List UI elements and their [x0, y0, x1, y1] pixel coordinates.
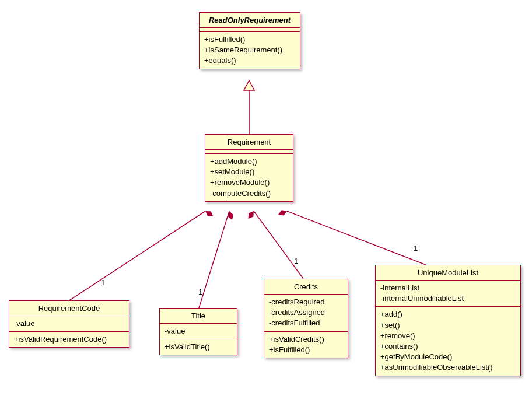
svg-marker-7 — [246, 209, 257, 220]
attrs-section: -value — [9, 316, 129, 332]
svg-marker-3 — [204, 209, 215, 219]
multiplicity-credits: 1 — [294, 257, 298, 265]
op: +isValidRequirementCode() — [14, 334, 124, 345]
op: +removeModule() — [210, 177, 288, 188]
op: +contains() — [380, 341, 516, 352]
attr: -value — [164, 326, 232, 337]
attr: -internalUnmodifiableList — [380, 293, 516, 304]
svg-line-8 — [287, 211, 426, 265]
ops-section: +isFulfilled() +isSameRequirement() +equ… — [200, 32, 300, 69]
attr: -value — [14, 318, 124, 329]
attr: -internalList — [380, 283, 516, 293]
op: +isFulfilled() — [269, 345, 343, 355]
op: +add() — [380, 309, 516, 320]
attrs-section — [205, 150, 293, 154]
class-uniquemodulelist: UniqueModuleList -internalList -internal… — [375, 265, 521, 376]
ops-section: +isValidRequirementCode() — [9, 332, 129, 347]
attrs-section — [200, 28, 300, 32]
op: +isFulfilled() — [204, 34, 295, 45]
op: +remove() — [380, 331, 516, 341]
class-requirement: Requirement +addModule() +setModule() +r… — [205, 134, 293, 202]
class-requirementcode: RequirementCode -value +isValidRequireme… — [9, 300, 130, 348]
class-title: UniqueModuleList — [376, 265, 520, 281]
svg-line-2 — [69, 211, 205, 300]
svg-line-6 — [254, 211, 303, 279]
op: +equals() — [204, 55, 295, 66]
ops-section: +addModule() +setModule() +removeModule(… — [205, 154, 293, 201]
attr: -creditsAssigned — [269, 307, 343, 318]
ops-section: +isValidTitle() — [160, 339, 237, 355]
class-title: Requirement — [205, 135, 293, 150]
op: +setModule() — [210, 167, 288, 177]
op: +getByModuleCode() — [380, 352, 516, 362]
multiplicity-title: 1 — [198, 288, 202, 296]
class-title: Credits — [264, 279, 348, 295]
svg-marker-5 — [226, 211, 235, 221]
class-title-box: Title -value +isValidTitle() — [159, 308, 237, 355]
attr: -creditsFulfilled — [269, 318, 343, 328]
attrs-section: -internalList -internalUnmodifiableList — [376, 281, 520, 307]
op: -computeCredits() — [210, 188, 288, 199]
attrs-section: -creditsRequired -creditsAssigned -credi… — [264, 295, 348, 332]
op: +isSameRequirement() — [204, 45, 295, 55]
op: +addModule() — [210, 156, 288, 167]
svg-marker-1 — [244, 80, 254, 90]
op: +isValidCredits() — [269, 334, 343, 345]
op: +asUnmodifiableObservableList() — [380, 362, 516, 373]
multiplicity-uniquemodulelist: 1 — [414, 244, 418, 253]
class-title: RequirementCode — [9, 301, 129, 316]
class-title: Title — [160, 309, 237, 324]
attrs-section: -value — [160, 324, 237, 339]
attr: -creditsRequired — [269, 297, 343, 307]
svg-line-4 — [199, 211, 229, 308]
svg-marker-9 — [277, 208, 288, 217]
multiplicity-requirementcode: 1 — [101, 278, 105, 287]
class-title: ReadOnlyRequirement — [200, 13, 300, 28]
ops-section: +isValidCredits() +isFulfilled() — [264, 332, 348, 358]
class-readonlyrequirement: ReadOnlyRequirement +isFulfilled() +isSa… — [199, 12, 300, 69]
op: +isValidTitle() — [164, 342, 232, 352]
op: +set() — [380, 320, 516, 331]
class-credits: Credits -creditsRequired -creditsAssigne… — [264, 279, 348, 358]
ops-section: +add() +set() +remove() +contains() +get… — [376, 307, 520, 375]
